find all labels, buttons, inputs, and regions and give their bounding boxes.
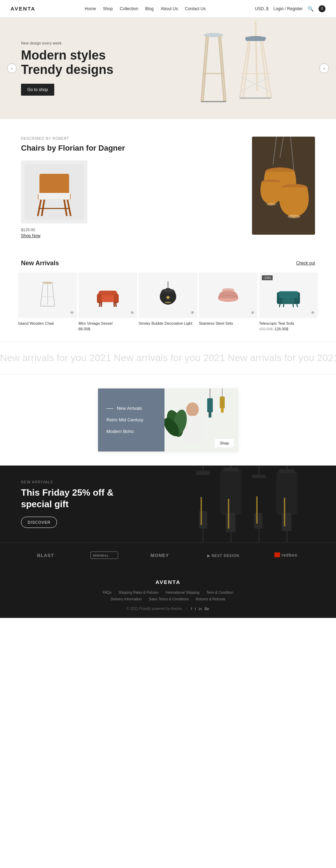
product-card-1: 👁 Island Wooden Chair	[18, 273, 77, 331]
svg-rect-92	[252, 475, 266, 478]
social-behance[interactable]: Be	[204, 607, 209, 611]
svg-point-53	[162, 289, 174, 292]
hero-cta-button[interactable]: Go to shop	[21, 84, 54, 96]
brand-logo-redbox: redbox	[274, 552, 299, 560]
svg-rect-19	[40, 174, 69, 195]
collection-image: Shop	[164, 388, 238, 452]
product-name-4: Stainless Steel Sets	[199, 321, 258, 326]
product-image-3: 👁	[139, 273, 197, 318]
hero-subtitle: New design every week	[21, 41, 113, 45]
svg-line-63	[279, 304, 280, 307]
svg-rect-26	[38, 193, 70, 199]
hero-image	[168, 21, 301, 119]
brands-section: BLAST MINIMAL MONEY ▶ NEXT DESIGN redbox	[0, 543, 336, 569]
svg-rect-91	[248, 476, 270, 515]
product-price-2: 88.00$	[78, 327, 137, 331]
social-twitter[interactable]: t	[195, 607, 196, 611]
svg-line-66	[293, 304, 293, 307]
footer-link-returns[interactable]: Returns & Refunds	[196, 597, 225, 601]
featured-lamp-image	[252, 137, 315, 235]
promo-section: NEW ARRIVALS This Friday 25% off & speci…	[0, 466, 336, 543]
cart-button[interactable]: 0	[318, 5, 326, 12]
featured-price: $129.00	[21, 228, 241, 232]
svg-line-40	[52, 284, 55, 306]
featured-left: DESCRIBED BY ROBERT Chairs by Florian fo…	[21, 137, 241, 239]
marquee-text: New arrivals for you 2021 New arrivals f…	[0, 352, 336, 364]
nav-links: Home Shop Collection Blog About Us Conta…	[85, 6, 206, 11]
social-facebook[interactable]: f	[191, 607, 192, 611]
svg-rect-73	[221, 408, 224, 413]
svg-rect-69	[207, 398, 213, 412]
nav-home[interactable]: Home	[85, 6, 96, 11]
footer: AVENTA FAQs Shipping Rates & Policies In…	[0, 569, 336, 618]
checkout-link[interactable]: Check out	[296, 261, 315, 266]
product-image-5: -23% 👁	[259, 273, 318, 318]
footer-link-intl[interactable]: International Shipping	[166, 591, 200, 594]
nav-about[interactable]: About Us	[161, 6, 178, 11]
svg-line-7	[255, 21, 257, 91]
svg-rect-46	[114, 294, 119, 303]
nav-collection[interactable]: Collection	[120, 6, 138, 11]
currency-selector[interactable]: USD, $	[255, 6, 268, 11]
svg-line-64	[297, 304, 298, 307]
nav-blog[interactable]: Blog	[145, 6, 154, 11]
nav-logo[interactable]: AVENTA	[10, 6, 35, 12]
product-eye-2[interactable]: 👁	[130, 310, 134, 315]
footer-link-terms[interactable]: Term & Condition	[206, 591, 233, 594]
footer-social: f t in Be	[191, 607, 209, 611]
footer-link-sales[interactable]: Sales Terms & Conditions	[149, 597, 189, 601]
product-card-2: 👁 Miro Vintage Sessel 88.00$	[78, 273, 137, 331]
social-linkedin[interactable]: in	[199, 607, 202, 611]
svg-rect-83	[192, 473, 214, 515]
svg-rect-84	[196, 471, 210, 475]
footer-link-delivery[interactable]: Delivery Information	[111, 597, 142, 601]
svg-rect-93	[254, 513, 262, 529]
collection-item-new-arrivals[interactable]: New Arrivals	[106, 406, 156, 411]
svg-point-55	[167, 296, 170, 299]
new-arrivals-title: New Arrivals	[21, 260, 59, 267]
hero-section: ‹ New design every week Modern styles Tr…	[0, 18, 336, 119]
product-name-1: Island Wooden Chair	[18, 321, 77, 326]
hero-next-button[interactable]: ›	[319, 63, 329, 73]
promo-text: NEW ARRIVALS This Friday 25% off & speci…	[21, 480, 113, 528]
brand-logo-next: ▶ NEXT DESIGN	[207, 552, 242, 560]
search-icon[interactable]: 🔍	[308, 6, 314, 12]
product-eye-4[interactable]: 👁	[251, 310, 255, 315]
collection-shop-button[interactable]: Shop	[215, 439, 234, 447]
svg-rect-96	[279, 469, 295, 473]
product-old-price-5: 165.00$	[259, 327, 273, 331]
svg-point-74	[186, 402, 199, 416]
svg-rect-9	[246, 37, 265, 41]
product-eye-1[interactable]: 👁	[70, 310, 74, 315]
svg-rect-85	[199, 511, 207, 529]
footer-link-faq[interactable]: FAQs	[103, 591, 112, 594]
featured-shop-link[interactable]: Shop Now	[21, 233, 40, 238]
svg-line-65	[284, 304, 284, 307]
hero-title: Modern styles Trendy designs	[21, 48, 113, 77]
product-image-2: 👁	[78, 273, 137, 318]
product-card-4: 👁 Stainless Steel Sets	[199, 273, 258, 331]
svg-rect-88	[223, 468, 239, 471]
product-card-3: 👁 Smoky Bubble Decorative Light	[139, 273, 197, 331]
svg-line-47	[99, 302, 100, 306]
nav-shop[interactable]: Shop	[103, 6, 113, 11]
svg-text:BLAST: BLAST	[37, 553, 54, 558]
featured-right	[252, 137, 315, 239]
nav-right: USD, $ Login / Register 🔍 0	[255, 5, 326, 12]
svg-rect-87	[220, 469, 241, 515]
promo-cta-button[interactable]: DISCOVER	[21, 517, 57, 528]
brand-logo-blast: BLAST	[37, 552, 58, 560]
login-link[interactable]: Login / Register	[273, 6, 303, 11]
collection-item-retro[interactable]: Retro Mid Century	[106, 417, 156, 422]
nav-contact[interactable]: Contact Us	[185, 6, 205, 11]
svg-rect-45	[97, 294, 102, 303]
product-eye-3[interactable]: 👁	[190, 310, 195, 315]
collection-item-boho[interactable]: Modern Boho	[106, 429, 156, 434]
product-name-5: Telescopic Teal Sofa	[259, 321, 318, 326]
product-image-4: 👁	[199, 273, 258, 318]
product-eye-5[interactable]: 👁	[311, 310, 315, 315]
svg-rect-104	[274, 552, 280, 557]
footer-link-shipping[interactable]: Shipping Rates & Policies	[119, 591, 159, 594]
svg-rect-94	[256, 496, 258, 524]
brand-logo-money: MONEY	[150, 552, 175, 560]
